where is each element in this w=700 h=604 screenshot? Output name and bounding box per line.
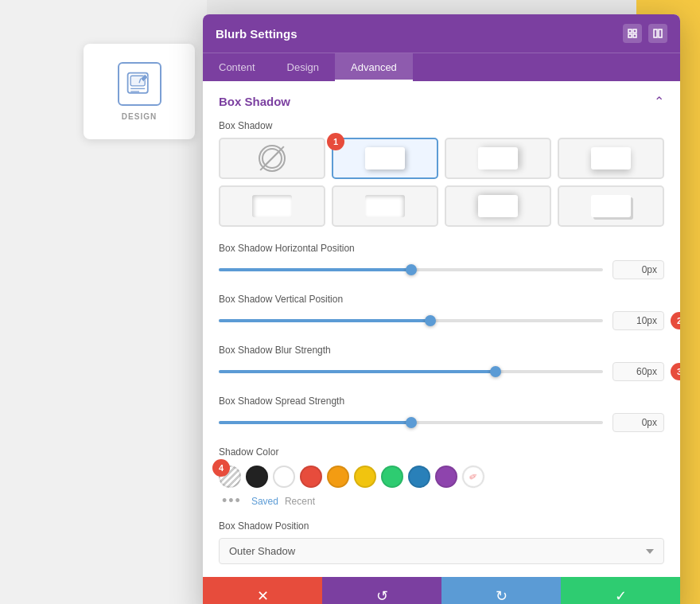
tab-design[interactable]: Design xyxy=(271,53,335,81)
blur-input[interactable]: 60px xyxy=(612,362,664,381)
svg-rect-5 xyxy=(628,29,632,33)
shadow-option-none[interactable] xyxy=(219,138,325,179)
shadow-preview-5 xyxy=(365,195,405,217)
modal-body: Box Shadow ⌃ Box Shadow 1 xyxy=(203,81,680,577)
vertical-position-row: Box Shadow Vertical Position 10px 2 xyxy=(219,294,664,330)
modal-title: Blurb Settings xyxy=(216,27,298,41)
shadow-option-5[interactable] xyxy=(332,185,438,227)
header-actions xyxy=(623,24,667,43)
shadow-preview-7 xyxy=(591,195,631,217)
shadow-position-label: Box Shadow Position xyxy=(219,520,664,532)
blur-thumb[interactable] xyxy=(490,366,501,377)
horizontal-input[interactable]: 0px xyxy=(612,260,664,279)
shadow-option-4[interactable] xyxy=(219,185,325,227)
shadow-option-3[interactable] xyxy=(558,138,664,179)
vertical-label: Box Shadow Vertical Position xyxy=(219,294,664,305)
box-shadow-section-header: Box Shadow ⌃ xyxy=(219,94,664,109)
blurb-settings-modal: Blurb Settings Content Design Advanced xyxy=(203,14,680,604)
design-card-icon xyxy=(118,62,161,106)
save-icon: ✓ xyxy=(615,587,627,604)
svg-rect-7 xyxy=(628,34,632,37)
color-blue[interactable] xyxy=(408,466,430,488)
shadow-position-section: Box Shadow Position Outer Shadow Inner S… xyxy=(219,520,664,564)
color-white[interactable] xyxy=(273,466,295,488)
spread-thumb[interactable] xyxy=(406,417,417,428)
color-green[interactable] xyxy=(381,466,403,488)
redo-icon: ↻ xyxy=(496,587,508,604)
spread-label: Box Shadow Spread Strength xyxy=(219,396,664,407)
shadow-option-2[interactable] xyxy=(445,138,551,179)
shadow-position-select[interactable]: Outer Shadow Inner Shadow xyxy=(219,538,664,564)
horizontal-label: Box Shadow Horizontal Position xyxy=(219,243,664,254)
modal-header: Blurb Settings xyxy=(203,14,680,53)
horizontal-thumb[interactable] xyxy=(406,264,417,275)
fullscreen-button[interactable] xyxy=(623,24,642,43)
color-tab-recent[interactable]: Recent xyxy=(285,496,315,507)
shadow-preview-4 xyxy=(252,195,292,217)
shadow-option-6[interactable] xyxy=(445,185,551,227)
color-purple[interactable] xyxy=(435,466,457,488)
step-2-badge: 2 xyxy=(671,312,680,329)
save-button[interactable]: ✓ xyxy=(561,577,680,604)
shadow-preview-2 xyxy=(478,147,518,170)
horizontal-position-row: Box Shadow Horizontal Position 0px xyxy=(219,243,664,279)
tab-advanced[interactable]: Advanced xyxy=(335,53,413,81)
step-1-badge: 1 xyxy=(327,133,344,150)
shadow-color-section: Shadow Color 4 ✏ ••• Saved xyxy=(219,446,664,509)
color-black[interactable] xyxy=(246,466,268,488)
spread-strength-row: Box Shadow Spread Strength 0px xyxy=(219,396,664,432)
svg-rect-9 xyxy=(654,29,657,37)
color-eraser[interactable]: ✏ xyxy=(458,462,488,492)
reset-icon: ↺ xyxy=(376,587,388,604)
collapse-button[interactable]: ⌃ xyxy=(654,94,664,109)
color-red[interactable] xyxy=(300,466,322,488)
blur-strength-row: Box Shadow Blur Strength 60px 3 xyxy=(219,345,664,381)
spread-control: 0px xyxy=(219,413,664,432)
shadow-preview-6 xyxy=(478,195,518,217)
horizontal-track[interactable] xyxy=(219,268,603,271)
step-3-badge: 3 xyxy=(671,363,680,380)
modal-footer: ✕ ↺ ↻ ✓ xyxy=(203,577,680,604)
design-card: DESIGN xyxy=(84,44,195,139)
shadow-preview-3 xyxy=(591,147,631,170)
svg-line-12 xyxy=(264,150,280,166)
design-card-label: DESIGN xyxy=(122,112,157,121)
tab-content[interactable]: Content xyxy=(203,53,271,81)
step-4-badge: 4 xyxy=(212,459,230,477)
blur-label: Box Shadow Blur Strength xyxy=(219,345,664,356)
horizontal-control: 0px xyxy=(219,260,664,279)
color-tab-saved[interactable]: Saved xyxy=(251,496,278,507)
blur-track[interactable] xyxy=(219,370,603,373)
vertical-input[interactable]: 10px xyxy=(612,311,664,330)
shadow-preview-1 xyxy=(365,147,405,170)
color-swatches-row: 4 ✏ xyxy=(219,466,664,488)
vertical-track[interactable] xyxy=(219,319,603,322)
spread-input[interactable]: 0px xyxy=(612,413,664,432)
cancel-icon: ✕ xyxy=(257,587,269,604)
svg-point-11 xyxy=(262,149,282,168)
redo-button[interactable]: ↻ xyxy=(441,577,561,604)
color-orange[interactable] xyxy=(327,466,349,488)
shadow-option-1[interactable]: 1 xyxy=(332,138,438,179)
horizontal-fill xyxy=(219,268,411,271)
split-view-button[interactable] xyxy=(648,24,667,43)
modal-tabs: Content Design Advanced xyxy=(203,53,680,81)
spread-track[interactable] xyxy=(219,421,603,424)
more-colors-button[interactable]: ••• xyxy=(219,493,245,509)
vertical-fill xyxy=(219,319,430,322)
box-shadow-label: Box Shadow xyxy=(219,120,664,131)
vertical-thumb[interactable] xyxy=(425,315,436,326)
spread-fill xyxy=(219,421,411,424)
blur-control: 60px 3 xyxy=(219,362,664,381)
shadow-style-grid: 1 xyxy=(219,138,664,227)
svg-rect-8 xyxy=(633,34,636,37)
color-yellow[interactable] xyxy=(354,466,376,488)
reset-button[interactable]: ↺ xyxy=(322,577,441,604)
shadow-option-7[interactable] xyxy=(558,185,664,227)
shadow-color-label: Shadow Color xyxy=(219,446,664,458)
blur-fill xyxy=(219,370,496,373)
svg-rect-10 xyxy=(659,29,662,37)
cancel-button[interactable]: ✕ xyxy=(203,577,322,604)
section-title: Box Shadow xyxy=(219,95,290,108)
vertical-control: 10px 2 xyxy=(219,311,664,330)
